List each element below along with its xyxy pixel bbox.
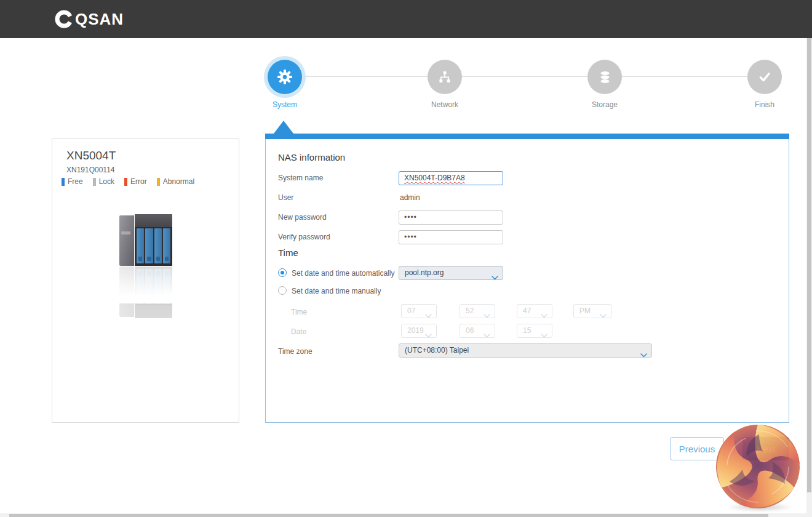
new-password-value: •••• bbox=[404, 213, 417, 222]
chevron-down-icon bbox=[484, 310, 490, 318]
system-name-value: XN5004T-D9B7A8 bbox=[404, 174, 465, 182]
nas-front-badge bbox=[121, 231, 130, 234]
drive-bay bbox=[163, 228, 170, 263]
drive-bay bbox=[145, 228, 153, 263]
legend-item-free: Free bbox=[62, 177, 83, 186]
minute-select: 52 bbox=[460, 304, 495, 318]
stepper-connector-line bbox=[285, 76, 765, 77]
timezone-select[interactable]: (UTC+08:00) Taipei bbox=[399, 343, 652, 358]
gear-icon bbox=[276, 68, 294, 86]
nas-device-image bbox=[119, 214, 172, 266]
device-model: XN5004T bbox=[66, 149, 116, 162]
lock-status-swatch bbox=[93, 178, 96, 186]
date-row-label: Date bbox=[291, 327, 306, 337]
second-value: 47 bbox=[523, 307, 531, 315]
year-select: 2019 bbox=[401, 324, 437, 338]
step-finish[interactable] bbox=[747, 60, 782, 94]
chevron-down-icon bbox=[640, 349, 647, 358]
new-password-input[interactable]: •••• bbox=[399, 210, 503, 225]
qsan-logo-q-icon bbox=[54, 9, 75, 29]
step-system-label: System bbox=[248, 100, 322, 109]
chevron-down-icon bbox=[541, 329, 547, 338]
legend-item-abnormal: Abnormal bbox=[157, 177, 194, 186]
drive-bay bbox=[137, 228, 144, 263]
storage-icon bbox=[597, 69, 613, 86]
step-storage[interactable] bbox=[587, 60, 622, 94]
month-value: 06 bbox=[466, 326, 474, 335]
manual-time-label: Set date and time manually bbox=[292, 286, 381, 296]
legend-label: Lock bbox=[99, 177, 114, 186]
step-network[interactable] bbox=[428, 60, 462, 94]
vertical-scrollbar-thumb[interactable] bbox=[807, 38, 811, 492]
free-status-swatch bbox=[62, 178, 65, 186]
device-serial: XN191Q00114 bbox=[66, 166, 115, 174]
timezone-label: Time zone bbox=[278, 347, 312, 356]
chevron-down-icon bbox=[492, 271, 498, 280]
step-storage-label: Storage bbox=[568, 100, 642, 109]
auto-time-radio[interactable] bbox=[278, 268, 287, 277]
wizard-panel: NAS information System name XN5004T-D9B7… bbox=[265, 121, 789, 423]
second-select: 47 bbox=[517, 304, 552, 318]
active-step-pointer bbox=[274, 121, 293, 134]
chevron-down-icon bbox=[541, 310, 547, 318]
day-select: 15 bbox=[517, 324, 552, 338]
qsan-logo: QSAN bbox=[54, 9, 124, 29]
system-name-input[interactable]: XN5004T-D9B7A8 bbox=[399, 171, 503, 185]
swirl-logo-icon bbox=[714, 422, 802, 511]
meridiem-select: PM bbox=[573, 304, 611, 318]
meridiem-value: PM bbox=[579, 307, 591, 315]
chevron-down-icon bbox=[600, 310, 607, 318]
nas-top-cover bbox=[135, 214, 172, 227]
month-select: 06 bbox=[460, 324, 495, 338]
user-value: admin bbox=[400, 193, 420, 202]
legend-item-lock: Lock bbox=[93, 177, 114, 186]
drive-bay bbox=[154, 228, 162, 263]
verify-password-value: •••• bbox=[404, 233, 417, 241]
error-status-swatch bbox=[124, 178, 127, 186]
auto-time-label: Set date and time automatically bbox=[292, 268, 394, 278]
reflection-fade bbox=[114, 267, 178, 303]
qsan-logo-text: QSAN bbox=[75, 9, 124, 29]
user-label: User bbox=[278, 193, 293, 202]
network-icon bbox=[437, 69, 453, 85]
nas-bay-section bbox=[135, 214, 172, 266]
nas-drive-bays bbox=[135, 227, 172, 266]
hour-select: 07 bbox=[401, 304, 437, 318]
step-finish-label: Finish bbox=[728, 100, 802, 109]
wizard-panel-accent-bar bbox=[265, 134, 789, 139]
status-legend: Free Lock Error Abnormal bbox=[62, 177, 194, 186]
horizontal-scrollbar-thumb[interactable] bbox=[9, 514, 768, 517]
timezone-value: (UTC+08:00) Taipei bbox=[405, 346, 469, 355]
nas-information-heading: NAS information bbox=[278, 152, 345, 162]
app-header: QSAN bbox=[0, 0, 812, 38]
ntp-server-value: pool.ntp.org bbox=[405, 268, 444, 277]
wizard-panel-body bbox=[265, 134, 789, 423]
new-password-label: New password bbox=[278, 212, 327, 222]
check-icon bbox=[756, 68, 773, 86]
legend-label: Free bbox=[68, 177, 83, 186]
system-name-label: System name bbox=[278, 173, 323, 183]
swirl-logo-watermark bbox=[714, 422, 802, 511]
nas-left-tower bbox=[119, 215, 134, 266]
step-system[interactable] bbox=[268, 60, 302, 94]
year-value: 2019 bbox=[407, 326, 424, 335]
abnormal-status-swatch bbox=[157, 178, 160, 186]
chevron-down-icon bbox=[425, 329, 432, 338]
step-network-label: Network bbox=[408, 100, 482, 109]
time-heading: Time bbox=[278, 247, 298, 258]
verify-password-label: Verify password bbox=[278, 232, 330, 242]
verify-password-input[interactable]: •••• bbox=[399, 230, 503, 244]
legend-item-error: Error bbox=[124, 177, 147, 186]
ntp-server-select[interactable]: pool.ntp.org bbox=[399, 266, 503, 280]
hour-value: 07 bbox=[407, 307, 415, 315]
manual-time-radio[interactable] bbox=[278, 286, 287, 295]
legend-label: Abnormal bbox=[163, 177, 194, 186]
chevron-down-icon bbox=[425, 310, 432, 318]
time-row-label: Time bbox=[291, 307, 307, 317]
device-info-panel: XN5004T XN191Q00114 Free Lock Error Abno… bbox=[52, 138, 239, 423]
chevron-down-icon bbox=[484, 329, 490, 338]
legend-label: Error bbox=[130, 177, 147, 186]
minute-value: 52 bbox=[466, 307, 474, 315]
day-value: 15 bbox=[523, 326, 531, 335]
